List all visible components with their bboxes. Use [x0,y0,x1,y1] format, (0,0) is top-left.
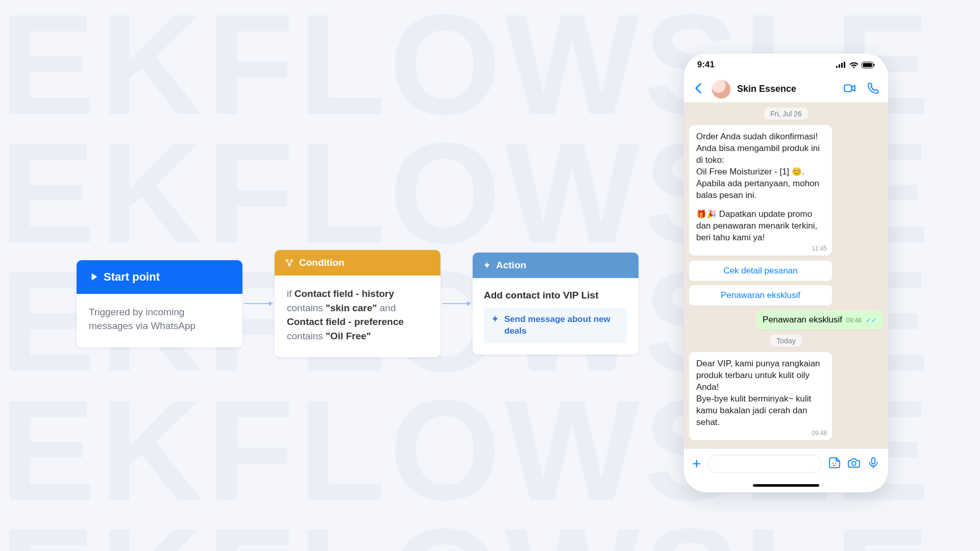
back-button[interactable] [692,82,705,97]
message-text: Penawaran eksklusif [763,315,842,325]
flow-node-start[interactable]: Start point Triggered by incoming messag… [77,260,242,347]
start-body: Triggered by incoming messages via Whats… [77,294,242,347]
status-time: 9:41 [697,60,715,70]
status-icons [836,62,875,68]
start-title: Start point [104,270,160,284]
play-icon [89,272,99,282]
chat-header: Skin Essence [684,76,888,103]
svg-rect-9 [874,64,875,66]
flow-arrow [443,303,471,304]
svg-point-11 [832,463,834,464]
bolt-icon [483,261,491,269]
message-time: 11:45 [812,244,827,253]
message-incoming: Dear VIP, kami punya rangkaian produk te… [689,352,832,441]
home-indicator [684,478,888,492]
svg-point-13 [852,461,856,465]
message-incoming: Order Anda sudah dikonfirmasi! Anda bisa… [689,125,832,256]
message-outgoing: Penawaran eksklusif 09:48 ✓✓ [756,311,883,329]
read-ticks-icon: ✓✓ [866,316,877,324]
chat-input-bar: + [684,448,888,478]
svg-rect-8 [863,63,872,67]
camera-icon [847,456,861,469]
voice-call-button[interactable] [867,82,880,97]
chat-body[interactable]: Fri, Jul 26 Order Anda sudah dikonfirmas… [684,103,888,448]
date-divider: Fri, Jul 26 [764,108,807,120]
action-sub-step: Send message about new deals [484,308,627,343]
action-main-text: Add contact into VIP List [484,288,627,303]
action-header: Action [473,253,639,278]
svg-rect-3 [836,66,838,68]
svg-rect-4 [839,64,840,68]
branch-icon [285,258,294,267]
video-call-button[interactable] [843,82,856,97]
signal-icon [836,62,846,68]
flow-canvas: Start point Triggered by incoming messag… [77,250,639,357]
avatar[interactable] [712,80,731,99]
condition-title: Condition [299,257,345,268]
contact-name[interactable]: Skin Essence [737,84,837,94]
phone-icon [867,82,880,95]
attach-button[interactable]: + [692,455,701,472]
mic-icon [867,456,880,469]
svg-rect-6 [844,62,845,68]
sticker-icon [828,456,841,469]
flow-node-condition[interactable]: Condition if Contact field - history con… [275,250,440,357]
phone-mockup: 9:41 Skin Essence Fri, Jul 26 Order Anda… [684,54,888,492]
battery-icon [862,62,875,68]
quick-reply-button[interactable]: Penawaran eksklusif [689,285,832,306]
flow-node-action[interactable]: Action Add contact into VIP List Send me… [473,253,639,354]
condition-body: if Contact field - history contains "ski… [275,276,440,357]
svg-rect-10 [844,85,851,91]
message-input[interactable] [707,455,822,473]
video-icon [843,82,856,95]
chevron-left-icon [692,82,705,95]
date-divider: Today [770,335,801,347]
action-title-label: Action [496,260,526,271]
condition-header: Condition [275,250,440,276]
gift-icon: 🎁🎉 [696,210,717,218]
flow-arrow [244,303,273,304]
bolt-icon [491,315,499,323]
start-header: Start point [77,260,242,294]
sticker-button[interactable] [828,456,841,471]
status-bar: 9:41 [684,54,888,76]
message-time: 09:48 [846,317,862,324]
wifi-icon [849,62,859,68]
message-time: 09:48 [812,429,827,437]
mic-button[interactable] [867,456,880,471]
quick-reply-button[interactable]: Cek detail pesanan [689,261,832,281]
svg-rect-14 [872,458,875,464]
action-body: Add contact into VIP List Send message a… [473,278,639,354]
camera-button[interactable] [847,456,861,471]
action-sub-text: Send message about new deals [504,314,620,337]
svg-point-12 [835,463,836,464]
smile-icon: 😊 [792,167,802,176]
svg-rect-5 [841,63,843,68]
